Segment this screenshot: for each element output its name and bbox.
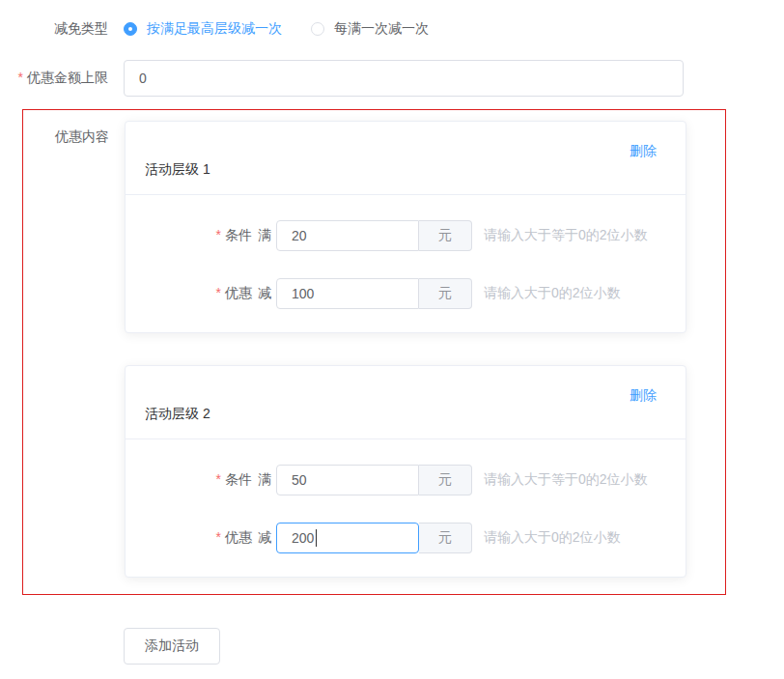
discount-amount-input-focused[interactable] xyxy=(276,523,419,553)
condition-amount-input[interactable] xyxy=(276,220,419,251)
discount-label: 优惠减 xyxy=(145,529,271,547)
discount-prefix: 减 xyxy=(258,529,271,545)
radio-selected-icon xyxy=(124,22,137,36)
discount-field-row: 优惠减 元 请输入大于0的2位小数 xyxy=(145,523,666,553)
activity-level-cards: 活动层级 1 删除 条件满 元 请输入大于等于0的2位小数 优惠减 xyxy=(125,121,686,578)
card-body: 条件满 元 请输入大于等于0的2位小数 优惠减 元 xyxy=(126,439,686,577)
radio-option-every-time[interactable]: 每满一次减一次 xyxy=(311,20,429,38)
radio-unselected-icon xyxy=(311,22,324,36)
delete-level-button[interactable]: 删除 xyxy=(630,366,657,405)
radio-option-label: 按满足最高层级减一次 xyxy=(147,20,282,38)
condition-input-group: 元 xyxy=(276,220,472,251)
discount-prefix: 减 xyxy=(258,285,271,300)
discount-amount-input[interactable] xyxy=(276,278,419,309)
input-hint: 请输入大于等于0的2位小数 xyxy=(484,227,648,244)
activity-level-card-1: 活动层级 1 删除 条件满 元 请输入大于等于0的2位小数 优惠减 xyxy=(125,121,686,333)
card-header: 活动层级 1 删除 xyxy=(126,122,686,195)
condition-label: 条件满 xyxy=(145,227,271,244)
required-mark xyxy=(18,70,27,85)
unit-yuan: 元 xyxy=(419,523,472,553)
card-header: 活动层级 2 删除 xyxy=(126,366,686,439)
unit-yuan: 元 xyxy=(419,220,472,251)
max-discount-row: 优惠金额上限 xyxy=(0,60,784,97)
input-hint: 请输入大于0的2位小数 xyxy=(484,285,621,302)
activity-level-card-2: 活动层级 2 删除 条件满 元 请输入大于等于0的2位小数 优惠减 xyxy=(125,365,686,578)
input-hint: 请输入大于0的2位小数 xyxy=(484,529,621,547)
card-title: 活动层级 1 xyxy=(145,161,210,194)
unit-yuan: 元 xyxy=(419,465,472,495)
required-mark xyxy=(216,471,225,487)
discount-input-group-focused: 元 xyxy=(276,523,472,553)
condition-input-group: 元 xyxy=(276,465,472,495)
discount-content-group: 优惠内容 活动层级 1 删除 条件满 元 请输入大于等于0的2位小数 xyxy=(22,109,726,595)
reduction-type-row: 减免类型 按满足最高层级减一次 每满一次减一次 xyxy=(0,19,784,39)
condition-label: 条件满 xyxy=(145,471,271,489)
max-discount-label: 优惠金额上限 xyxy=(0,70,108,87)
required-mark xyxy=(216,285,225,300)
condition-field-row: 条件满 元 请输入大于等于0的2位小数 xyxy=(145,220,666,251)
radio-option-label: 每满一次减一次 xyxy=(334,20,429,38)
delete-level-button[interactable]: 删除 xyxy=(630,122,657,160)
required-mark xyxy=(216,227,225,242)
add-activity-button[interactable]: 添加活动 xyxy=(124,628,220,665)
input-hint: 请输入大于等于0的2位小数 xyxy=(484,471,648,489)
condition-prefix: 满 xyxy=(258,471,271,487)
reduction-type-label: 减免类型 xyxy=(0,20,108,38)
text-cursor xyxy=(316,529,317,547)
radio-option-highest-level[interactable]: 按满足最高层级减一次 xyxy=(124,20,282,38)
condition-field-row: 条件满 元 请输入大于等于0的2位小数 xyxy=(145,465,666,495)
unit-yuan: 元 xyxy=(419,278,472,309)
card-body: 条件满 元 请输入大于等于0的2位小数 优惠减 元 请输入大于0 xyxy=(126,195,686,332)
discount-field-row: 优惠减 元 请输入大于0的2位小数 xyxy=(145,278,666,309)
discount-input-group: 元 xyxy=(276,278,472,309)
card-title: 活动层级 2 xyxy=(145,406,210,439)
condition-amount-input[interactable] xyxy=(276,465,419,495)
discount-content-label: 优惠内容 xyxy=(23,121,109,578)
reduction-type-radio-group: 按满足最高层级减一次 每满一次减一次 xyxy=(124,20,458,38)
discount-label: 优惠减 xyxy=(145,285,271,302)
required-mark xyxy=(216,529,225,545)
condition-prefix: 满 xyxy=(258,227,271,242)
promotion-form: 减免类型 按满足最高层级减一次 每满一次减一次 优惠金额上限 优惠内容 活动层级… xyxy=(0,19,784,665)
max-discount-input[interactable] xyxy=(124,60,684,97)
